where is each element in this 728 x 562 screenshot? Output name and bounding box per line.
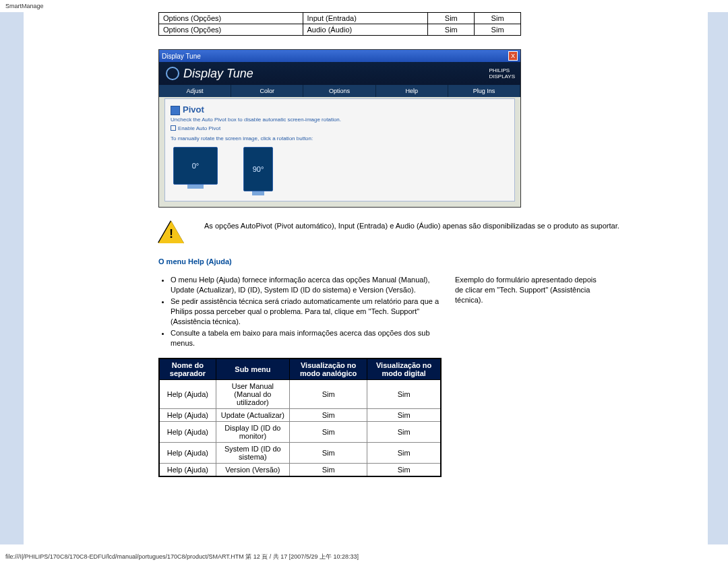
cell: System ID (ID do sistema): [216, 443, 289, 464]
cell: Sim: [289, 422, 367, 443]
cell: Sim: [289, 464, 367, 477]
bullet-list: O menu Help (Ajuda) fornece informação a…: [158, 275, 442, 348]
cell: Audio (Áudio): [303, 24, 428, 36]
col-header: Visualização no modo analógico: [289, 358, 367, 380]
display-tune-screenshot: Display Tune X Display Tune PHILIPS DISP…: [158, 49, 521, 208]
brand-label: PHILIPS DISPLAYS: [489, 67, 520, 80]
table-row: Options (Opções) Audio (Áudio) Sim Sim: [159, 24, 521, 36]
cell: Help (Ajuda): [159, 422, 216, 443]
pivot-heading: Pivot: [171, 104, 509, 115]
gear-icon: [166, 67, 179, 80]
help-left-col: O menu Help (Ajuda) fornece informação a…: [158, 275, 442, 477]
cell: Sim: [289, 409, 367, 422]
left-sidebar: [0, 12, 24, 544]
warning-text: As opções AutoPivot (Pivot automático), …: [204, 221, 619, 231]
table-row: Help (Ajuda) Update (Actualizar) Sim Sim: [159, 409, 441, 422]
help-table: Nome do separador Sub menu Visualização …: [158, 358, 442, 477]
warning-note: ! As opções AutoPivot (Pivot automático)…: [158, 221, 694, 244]
rotation-buttons: 0° 90°: [173, 147, 509, 195]
cell: Sim: [367, 380, 441, 409]
help-columns: O menu Help (Ajuda) fornece informação a…: [158, 275, 694, 477]
main-content: Options (Opções) Input (Entrada) Sim Sim…: [24, 12, 708, 544]
col-header: Visualização no modo digital: [367, 358, 441, 380]
pivot-instruction: To manually rotate the screen image, cli…: [171, 135, 509, 142]
cell: Sim: [428, 13, 475, 24]
pivot-icon: [171, 106, 180, 115]
table-row: Options (Opções) Input (Entrada) Sim Sim: [159, 13, 521, 24]
auto-pivot-checkbox[interactable]: Enable Auto Pivot: [171, 125, 509, 131]
col-header: Sub menu: [216, 358, 289, 380]
close-icon[interactable]: X: [508, 51, 518, 61]
app-banner: Display Tune PHILIPS DISPLAYS: [159, 62, 520, 85]
help-right-col: Exemplo do formulário apresentado depois…: [455, 275, 603, 477]
page-footer: file:///I|/PHILIPS/170C8/170C8-EDFU/lcd/…: [0, 544, 728, 562]
cell: Sim: [367, 422, 441, 443]
list-item: O menu Help (Ajuda) fornece informação a…: [171, 275, 442, 295]
cell: Sim: [475, 24, 521, 36]
rotate-90-button[interactable]: 90°: [243, 147, 273, 195]
list-item: Consulte a tabela em baixo para mais inf…: [171, 328, 442, 348]
cell: Sim: [367, 443, 441, 464]
tab-options[interactable]: Options: [303, 85, 375, 97]
cell: Sim: [367, 464, 441, 477]
cell: User Manual (Manual do utilizador): [216, 380, 289, 409]
cell: Sim: [367, 409, 441, 422]
cell: Help (Ajuda): [159, 380, 216, 409]
cell: Help (Ajuda): [159, 409, 216, 422]
app-tabs: Adjust Color Options Help Plug Ins: [159, 85, 520, 97]
table-row: Help (Ajuda) Display ID (ID do monitor) …: [159, 422, 441, 443]
cell: Help (Ajuda): [159, 464, 216, 477]
page-outer: Options (Opções) Input (Entrada) Sim Sim…: [0, 12, 728, 544]
tab-plugins[interactable]: Plug Ins: [448, 85, 520, 97]
cell: Help (Ajuda): [159, 443, 216, 464]
cell: Sim: [475, 13, 521, 24]
table-row: Help (Ajuda) User Manual (Manual do util…: [159, 380, 441, 409]
cell: Sim: [428, 24, 475, 36]
table-row: Help (Ajuda) Version (Versão) Sim Sim: [159, 464, 441, 477]
cell: Options (Opções): [159, 24, 303, 36]
cell: Input (Entrada): [303, 13, 428, 24]
app-body: Pivot Uncheck the Auto Pivot box to disa…: [164, 98, 515, 201]
col-header: Nome do separador: [159, 358, 216, 380]
window-title: Display Tune: [162, 53, 201, 60]
cell: Sim: [289, 443, 367, 464]
rotate-0-button[interactable]: 0°: [173, 147, 218, 195]
app-title: Display Tune: [183, 67, 253, 81]
options-table: Options (Opções) Input (Entrada) Sim Sim…: [158, 12, 521, 36]
cell: Options (Opções): [159, 13, 303, 24]
window-titlebar: Display Tune X: [159, 50, 520, 62]
pivot-subtext: Uncheck the Auto Pivot box to disable au…: [171, 117, 509, 123]
table-header-row: Nome do separador Sub menu Visualização …: [159, 358, 441, 380]
cell: Display ID (ID do monitor): [216, 422, 289, 443]
page-header: SmartManage: [0, 0, 728, 12]
right-sidebar: [708, 12, 728, 544]
tab-adjust[interactable]: Adjust: [159, 85, 231, 97]
cell: Version (Versão): [216, 464, 289, 477]
list-item: Se pedir assistência técnica será criado…: [171, 296, 442, 327]
warning-icon: !: [158, 221, 184, 244]
help-menu-heading: O menu Help (Ajuda): [158, 257, 694, 266]
cell: Sim: [289, 380, 367, 409]
table-row: Help (Ajuda) System ID (ID do sistema) S…: [159, 443, 441, 464]
tab-color[interactable]: Color: [231, 85, 303, 97]
tab-help[interactable]: Help: [376, 85, 448, 97]
cell: Update (Actualizar): [216, 409, 289, 422]
